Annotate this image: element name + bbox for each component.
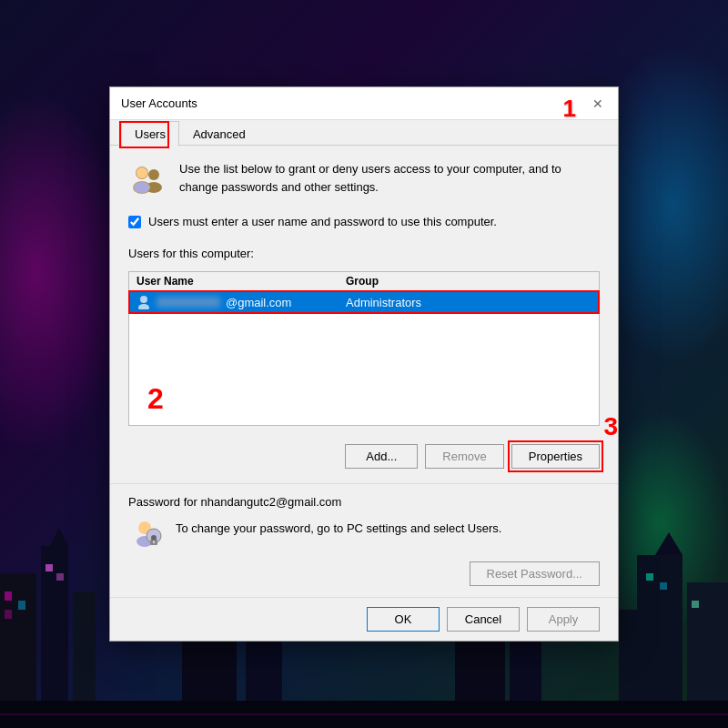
checkbox-row: Users must enter a user name and passwor… (128, 215, 600, 228)
dialog-title: User Accounts (121, 96, 197, 110)
password-section: Password for nhandangutc2@gmail.com To c… (110, 483, 618, 597)
dialog-titlebar: User Accounts ✕ (110, 87, 618, 120)
reset-password-button[interactable]: Reset Password... (470, 561, 601, 586)
cell-group: Administrators (346, 296, 592, 309)
username-email-suffix: @gmail.com (226, 296, 291, 309)
properties-button[interactable]: Properties (511, 444, 600, 469)
info-row: Use the list below to grant or deny user… (128, 160, 600, 200)
annotation-3: 3 (603, 412, 618, 441)
users-icon (128, 160, 168, 200)
col-header-group: Group (346, 275, 592, 288)
info-text: Use the list below to grant or deny user… (179, 160, 600, 196)
password-info-text: To change your password, go to PC settin… (176, 516, 501, 538)
svg-point-27 (134, 182, 150, 193)
users-section-label: Users for this computer: (128, 247, 600, 260)
svg-point-24 (148, 169, 159, 180)
annotation-2: 2 (147, 382, 164, 416)
cell-username: @gmail.com (136, 295, 346, 309)
svg-point-26 (136, 167, 147, 178)
dialog-overlay: 1 User Accounts ✕ Users Advanced (0, 0, 728, 728)
ok-button[interactable]: OK (367, 607, 440, 632)
checkbox-label[interactable]: Users must enter a user name and passwor… (148, 215, 497, 228)
user-accounts-dialog: 1 User Accounts ✕ Users Advanced (109, 86, 619, 642)
password-icon (128, 516, 165, 552)
password-checkbox[interactable] (128, 216, 141, 228)
dialog-footer: OK Cancel Apply (110, 597, 618, 641)
svg-point-28 (140, 296, 147, 303)
svg-point-34 (151, 535, 157, 541)
tab-users[interactable]: Users (121, 121, 179, 147)
table-header: User Name Group (129, 272, 599, 291)
user-avatar-icon (136, 295, 151, 309)
password-btn-row: Reset Password... (128, 561, 600, 586)
properties-wrapper: Properties 3 (511, 444, 600, 469)
remove-button[interactable]: Remove (425, 444, 503, 469)
password-title: Password for nhandangutc2@gmail.com (128, 495, 600, 509)
svg-rect-35 (153, 541, 155, 543)
tab-bar: Users Advanced (110, 120, 618, 146)
action-buttons: Add... Remove Properties 3 (128, 444, 600, 469)
username-redacted (157, 297, 220, 308)
svg-point-29 (138, 304, 149, 309)
password-email: nhandangutc2@gmail.com (200, 495, 341, 509)
close-button[interactable]: ✕ (589, 95, 607, 113)
apply-button[interactable]: Apply (527, 607, 600, 632)
cancel-button[interactable]: Cancel (447, 607, 520, 632)
add-button[interactable]: Add... (345, 444, 418, 469)
table-body: @gmail.com Administrators (129, 291, 599, 313)
password-info-row: To change your password, go to PC settin… (128, 516, 600, 552)
users-table: User Name Group @gmail.com (128, 271, 600, 426)
col-header-username: User Name (136, 275, 346, 288)
dialog-content: Use the list below to grant or deny user… (110, 146, 618, 483)
password-title-prefix: Password for (128, 495, 200, 509)
tab-advanced[interactable]: Advanced (179, 121, 259, 147)
table-row[interactable]: @gmail.com Administrators (129, 291, 599, 313)
